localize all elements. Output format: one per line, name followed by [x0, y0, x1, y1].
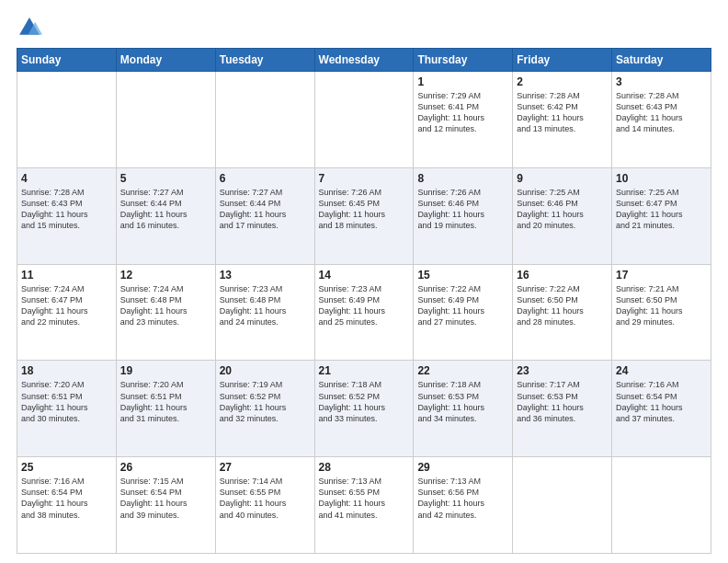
- week-row-2: 4Sunrise: 7:28 AM Sunset: 6:43 PM Daylig…: [17, 167, 711, 264]
- cell-day-number: 15: [417, 269, 508, 282]
- cell-day-number: 3: [616, 75, 707, 88]
- cell-day-number: 2: [517, 75, 608, 88]
- week-row-4: 18Sunrise: 7:20 AM Sunset: 6:51 PM Dayli…: [17, 361, 711, 457]
- day-header-thursday: Thursday: [414, 49, 513, 72]
- cell-day-number: 9: [517, 172, 608, 185]
- calendar-cell: 27Sunrise: 7:14 AM Sunset: 6:55 PM Dayli…: [215, 457, 314, 554]
- cell-day-number: 21: [319, 364, 410, 377]
- cell-day-number: 13: [220, 269, 311, 282]
- calendar-cell: 13Sunrise: 7:23 AM Sunset: 6:48 PM Dayli…: [215, 264, 314, 361]
- calendar-cell: 10Sunrise: 7:25 AM Sunset: 6:47 PM Dayli…: [612, 167, 711, 264]
- calendar-cell: 16Sunrise: 7:22 AM Sunset: 6:50 PM Dayli…: [513, 264, 612, 361]
- calendar-cell: 19Sunrise: 7:20 AM Sunset: 6:51 PM Dayli…: [116, 361, 215, 457]
- cell-info-text: Sunrise: 7:20 AM Sunset: 6:51 PM Dayligh…: [120, 379, 211, 424]
- cell-day-number: 12: [120, 269, 211, 282]
- week-row-3: 11Sunrise: 7:24 AM Sunset: 6:47 PM Dayli…: [17, 264, 711, 361]
- calendar-cell: 5Sunrise: 7:27 AM Sunset: 6:44 PM Daylig…: [116, 167, 215, 264]
- cell-info-text: Sunrise: 7:28 AM Sunset: 6:42 PM Dayligh…: [517, 90, 608, 135]
- cell-info-text: Sunrise: 7:23 AM Sunset: 6:49 PM Dayligh…: [319, 283, 410, 328]
- cell-day-number: 4: [21, 172, 112, 185]
- calendar-cell: 15Sunrise: 7:22 AM Sunset: 6:49 PM Dayli…: [414, 264, 513, 361]
- cell-info-text: Sunrise: 7:27 AM Sunset: 6:44 PM Dayligh…: [120, 187, 211, 232]
- cell-info-text: Sunrise: 7:14 AM Sunset: 6:55 PM Dayligh…: [220, 476, 311, 521]
- cell-info-text: Sunrise: 7:22 AM Sunset: 6:49 PM Dayligh…: [417, 283, 508, 328]
- calendar-cell: 20Sunrise: 7:19 AM Sunset: 6:52 PM Dayli…: [215, 361, 314, 457]
- calendar-cell: 3Sunrise: 7:28 AM Sunset: 6:43 PM Daylig…: [612, 72, 711, 168]
- cell-info-text: Sunrise: 7:29 AM Sunset: 6:41 PM Dayligh…: [417, 90, 508, 135]
- cell-info-text: Sunrise: 7:26 AM Sunset: 6:45 PM Dayligh…: [319, 187, 410, 232]
- cell-day-number: 18: [21, 364, 112, 377]
- cell-day-number: 28: [319, 461, 410, 474]
- calendar-cell: 14Sunrise: 7:23 AM Sunset: 6:49 PM Dayli…: [314, 264, 414, 361]
- cell-info-text: Sunrise: 7:16 AM Sunset: 6:54 PM Dayligh…: [21, 476, 112, 521]
- cell-day-number: 26: [120, 461, 211, 474]
- header-row: SundayMondayTuesdayWednesdayThursdayFrid…: [17, 49, 711, 72]
- day-header-monday: Monday: [116, 49, 215, 72]
- cell-info-text: Sunrise: 7:13 AM Sunset: 6:55 PM Dayligh…: [319, 476, 410, 521]
- cell-day-number: 7: [319, 172, 410, 185]
- cell-info-text: Sunrise: 7:18 AM Sunset: 6:53 PM Dayligh…: [417, 379, 508, 424]
- cell-day-number: 8: [417, 172, 508, 185]
- calendar-cell: 1Sunrise: 7:29 AM Sunset: 6:41 PM Daylig…: [414, 72, 513, 168]
- calendar-cell: 25Sunrise: 7:16 AM Sunset: 6:54 PM Dayli…: [17, 457, 117, 554]
- logo: [17, 15, 46, 40]
- week-row-5: 25Sunrise: 7:16 AM Sunset: 6:54 PM Dayli…: [17, 457, 711, 554]
- cell-info-text: Sunrise: 7:20 AM Sunset: 6:51 PM Dayligh…: [21, 379, 112, 424]
- cell-day-number: 24: [616, 364, 707, 377]
- calendar-cell: 21Sunrise: 7:18 AM Sunset: 6:52 PM Dayli…: [314, 361, 414, 457]
- calendar-cell: 11Sunrise: 7:24 AM Sunset: 6:47 PM Dayli…: [17, 264, 117, 361]
- cell-info-text: Sunrise: 7:25 AM Sunset: 6:47 PM Dayligh…: [616, 187, 707, 232]
- cell-info-text: Sunrise: 7:13 AM Sunset: 6:56 PM Dayligh…: [417, 476, 508, 521]
- cell-day-number: 6: [220, 172, 311, 185]
- cell-info-text: Sunrise: 7:26 AM Sunset: 6:46 PM Dayligh…: [417, 187, 508, 232]
- cell-info-text: Sunrise: 7:21 AM Sunset: 6:50 PM Dayligh…: [616, 283, 707, 328]
- calendar-table: SundayMondayTuesdayWednesdayThursdayFrid…: [17, 48, 711, 554]
- calendar-cell: [17, 72, 117, 168]
- calendar-cell: 17Sunrise: 7:21 AM Sunset: 6:50 PM Dayli…: [612, 264, 711, 361]
- calendar-cell: 2Sunrise: 7:28 AM Sunset: 6:42 PM Daylig…: [513, 72, 612, 168]
- calendar-cell: 4Sunrise: 7:28 AM Sunset: 6:43 PM Daylig…: [17, 167, 117, 264]
- day-header-sunday: Sunday: [17, 49, 117, 72]
- header: [17, 15, 711, 40]
- cell-info-text: Sunrise: 7:22 AM Sunset: 6:50 PM Dayligh…: [517, 283, 608, 328]
- calendar-cell: 23Sunrise: 7:17 AM Sunset: 6:53 PM Dayli…: [513, 361, 612, 457]
- calendar-cell: 29Sunrise: 7:13 AM Sunset: 6:56 PM Dayli…: [414, 457, 513, 554]
- cell-info-text: Sunrise: 7:27 AM Sunset: 6:44 PM Dayligh…: [220, 187, 311, 232]
- calendar-cell: 24Sunrise: 7:16 AM Sunset: 6:54 PM Dayli…: [612, 361, 711, 457]
- cell-info-text: Sunrise: 7:25 AM Sunset: 6:46 PM Dayligh…: [517, 187, 608, 232]
- cell-day-number: 14: [319, 269, 410, 282]
- calendar-cell: [612, 457, 711, 554]
- calendar-cell: 9Sunrise: 7:25 AM Sunset: 6:46 PM Daylig…: [513, 167, 612, 264]
- cell-day-number: 27: [220, 461, 311, 474]
- calendar-cell: 22Sunrise: 7:18 AM Sunset: 6:53 PM Dayli…: [414, 361, 513, 457]
- calendar-cell: [116, 72, 215, 168]
- calendar-cell: 7Sunrise: 7:26 AM Sunset: 6:45 PM Daylig…: [314, 167, 414, 264]
- cell-day-number: 11: [21, 269, 112, 282]
- cell-day-number: 29: [417, 461, 508, 474]
- cell-day-number: 17: [616, 269, 707, 282]
- logo-icon: [17, 15, 42, 40]
- calendar-cell: [513, 457, 612, 554]
- calendar-cell: 6Sunrise: 7:27 AM Sunset: 6:44 PM Daylig…: [215, 167, 314, 264]
- calendar-cell: 18Sunrise: 7:20 AM Sunset: 6:51 PM Dayli…: [17, 361, 117, 457]
- day-header-wednesday: Wednesday: [314, 49, 414, 72]
- cell-info-text: Sunrise: 7:15 AM Sunset: 6:54 PM Dayligh…: [120, 476, 211, 521]
- cell-info-text: Sunrise: 7:19 AM Sunset: 6:52 PM Dayligh…: [220, 379, 311, 424]
- calendar-cell: 12Sunrise: 7:24 AM Sunset: 6:48 PM Dayli…: [116, 264, 215, 361]
- cell-day-number: 1: [417, 75, 508, 88]
- cell-info-text: Sunrise: 7:16 AM Sunset: 6:54 PM Dayligh…: [616, 379, 707, 424]
- cell-day-number: 10: [616, 172, 707, 185]
- cell-info-text: Sunrise: 7:17 AM Sunset: 6:53 PM Dayligh…: [517, 379, 608, 424]
- cell-info-text: Sunrise: 7:24 AM Sunset: 6:47 PM Dayligh…: [21, 283, 112, 328]
- cell-day-number: 23: [517, 364, 608, 377]
- page: SundayMondayTuesdayWednesdayThursdayFrid…: [0, 0, 728, 563]
- cell-info-text: Sunrise: 7:28 AM Sunset: 6:43 PM Dayligh…: [616, 90, 707, 135]
- calendar-cell: [215, 72, 314, 168]
- week-row-1: 1Sunrise: 7:29 AM Sunset: 6:41 PM Daylig…: [17, 72, 711, 168]
- cell-info-text: Sunrise: 7:18 AM Sunset: 6:52 PM Dayligh…: [319, 379, 410, 424]
- day-header-friday: Friday: [513, 49, 612, 72]
- day-header-saturday: Saturday: [612, 49, 711, 72]
- cell-day-number: 25: [21, 461, 112, 474]
- cell-day-number: 19: [120, 364, 211, 377]
- cell-day-number: 16: [517, 269, 608, 282]
